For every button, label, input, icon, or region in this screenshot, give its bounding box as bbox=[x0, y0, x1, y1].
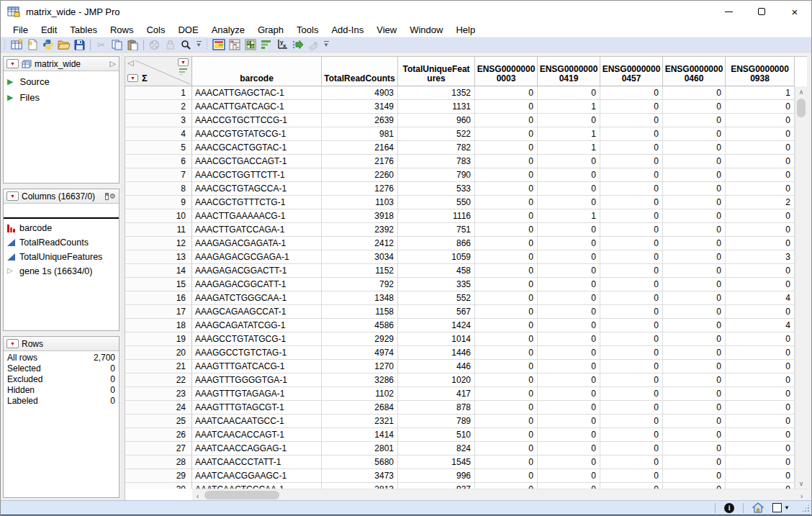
cell-total-unique-features[interactable]: 866 bbox=[398, 237, 475, 250]
cell-gene-value[interactable]: 0 bbox=[726, 168, 795, 182]
cell-gene-value[interactable]: 0 bbox=[538, 305, 600, 319]
cell-gene-value[interactable]: 0 bbox=[600, 278, 663, 291]
cell-total-unique-features[interactable]: 1352 bbox=[398, 86, 475, 100]
row-number-cell[interactable]: 16 bbox=[125, 291, 192, 305]
cell-total-read-counts[interactable]: 3149 bbox=[322, 100, 398, 114]
cell-gene-value[interactable]: 0 bbox=[726, 182, 795, 196]
cell-total-read-counts[interactable]: 4903 bbox=[322, 86, 398, 100]
cell-total-unique-features[interactable]: 552 bbox=[398, 291, 475, 305]
cell-barcode[interactable]: AAAGTTTGTAGAGA-1 bbox=[192, 387, 322, 401]
cell-gene-value[interactable]: 0 bbox=[600, 428, 663, 442]
menu-item[interactable]: View bbox=[370, 24, 403, 36]
cell-gene-value[interactable]: 0 bbox=[538, 456, 600, 469]
column-header[interactable]: ENSG0000000 0419 bbox=[538, 57, 600, 86]
cell-barcode[interactable]: AAAGTTTGTAGCGT-1 bbox=[192, 401, 322, 415]
cell-gene-value[interactable]: 0 bbox=[475, 483, 538, 489]
cell-total-read-counts[interactable]: 4974 bbox=[322, 346, 398, 360]
cell-gene-value[interactable]: 0 bbox=[726, 127, 795, 141]
cell-barcode[interactable]: AAACGCTGGTTCTT-1 bbox=[192, 168, 322, 182]
cell-gene-value[interactable]: 0 bbox=[600, 209, 663, 223]
cell-gene-value[interactable]: 0 bbox=[475, 223, 538, 237]
cell-gene-value[interactable]: 0 bbox=[538, 223, 600, 237]
cell-gene-value[interactable]: 0 bbox=[663, 360, 726, 374]
panel-expand-icon[interactable]: ▷ bbox=[110, 59, 116, 68]
cell-gene-value[interactable]: 0 bbox=[663, 319, 726, 332]
cell-total-read-counts[interactable]: 1152 bbox=[322, 264, 398, 278]
cell-barcode[interactable]: AAATCAACTCCCAA-1 bbox=[192, 483, 322, 489]
run-script-icon[interactable]: ▶ bbox=[7, 94, 13, 101]
cell-gene-value[interactable]: 0 bbox=[538, 387, 600, 401]
cell-total-unique-features[interactable]: 1116 bbox=[398, 209, 475, 223]
cell-gene-value[interactable]: 0 bbox=[600, 469, 663, 483]
cell-total-read-counts[interactable]: 2321 bbox=[322, 415, 398, 428]
cell-gene-value[interactable]: 0 bbox=[663, 127, 726, 141]
cell-barcode[interactable]: AAAGAGACGAGATA-1 bbox=[192, 237, 322, 250]
python-script-button[interactable] bbox=[40, 38, 55, 52]
cell-gene-value[interactable]: 0 bbox=[663, 415, 726, 428]
menu-item[interactable]: Tables bbox=[63, 24, 104, 36]
cell-barcode[interactable]: AAACGCTGTTTCTG-1 bbox=[192, 196, 322, 209]
cell-gene-value[interactable]: 0 bbox=[475, 415, 538, 428]
cell-barcode[interactable]: AAACCGTGTATGCG-1 bbox=[192, 127, 322, 141]
toolbar-overflow-button[interactable]: ▼ bbox=[322, 41, 330, 48]
cell-total-unique-features[interactable]: 458 bbox=[398, 264, 475, 278]
tile-windows-button[interactable] bbox=[243, 38, 258, 52]
cell-gene-value[interactable]: 0 bbox=[663, 278, 726, 291]
cell-gene-value[interactable]: 0 bbox=[475, 100, 538, 114]
row-number-cell[interactable]: 14 bbox=[125, 264, 192, 278]
cell-gene-value[interactable]: 0 bbox=[600, 155, 663, 168]
cell-gene-value[interactable]: 0 bbox=[663, 196, 726, 209]
cell-gene-value[interactable]: 0 bbox=[600, 305, 663, 319]
cell-gene-value[interactable]: 0 bbox=[538, 291, 600, 305]
open-file-button[interactable] bbox=[56, 38, 71, 52]
cell-total-read-counts[interactable]: 2813 bbox=[322, 483, 398, 489]
cell-gene-value[interactable]: 0 bbox=[663, 305, 726, 319]
menu-item[interactable]: Tools bbox=[290, 24, 325, 36]
cell-gene-value[interactable]: 0 bbox=[726, 374, 795, 387]
row-number-cell[interactable]: 30 bbox=[125, 483, 192, 489]
cell-gene-value[interactable]: 0 bbox=[663, 374, 726, 387]
cell-gene-value[interactable]: 0 bbox=[475, 196, 538, 209]
cell-gene-value[interactable]: 0 bbox=[726, 346, 795, 360]
cell-gene-value[interactable]: 0 bbox=[475, 250, 538, 264]
cell-gene-value[interactable]: 0 bbox=[663, 469, 726, 483]
table-script-item[interactable]: ▶ Source bbox=[7, 73, 119, 89]
row-number-cell[interactable]: 25 bbox=[125, 415, 192, 428]
cell-gene-value[interactable]: 0 bbox=[475, 168, 538, 182]
cell-total-unique-features[interactable]: 960 bbox=[398, 114, 475, 127]
cell-gene-value[interactable]: 0 bbox=[663, 100, 726, 114]
cell-gene-value[interactable]: 0 bbox=[538, 114, 600, 127]
cell-gene-value[interactable]: 0 bbox=[726, 278, 795, 291]
menu-item[interactable]: File bbox=[6, 24, 35, 36]
row-number-cell[interactable]: 3 bbox=[125, 114, 192, 127]
cell-gene-value[interactable]: 0 bbox=[663, 483, 726, 489]
cell-gene-value[interactable]: 0 bbox=[538, 278, 600, 291]
rows-red-triangle-menu[interactable]: ▼ bbox=[6, 339, 19, 348]
cell-gene-value[interactable]: 0 bbox=[663, 428, 726, 442]
lock-button[interactable] bbox=[163, 38, 178, 52]
cell-gene-value[interactable]: 0 bbox=[663, 141, 726, 155]
cell-gene-value[interactable]: 0 bbox=[538, 196, 600, 209]
cell-gene-value[interactable]: 0 bbox=[538, 401, 600, 415]
menu-item[interactable]: DOE bbox=[171, 24, 204, 36]
cell-gene-value[interactable]: 0 bbox=[600, 360, 663, 374]
cell-total-unique-features[interactable]: 1446 bbox=[398, 346, 475, 360]
cell-total-read-counts[interactable]: 3918 bbox=[322, 209, 398, 223]
cell-gene-value[interactable]: 1 bbox=[538, 141, 600, 155]
resize-grip[interactable] bbox=[801, 504, 810, 512]
cell-total-read-counts[interactable]: 2392 bbox=[322, 223, 398, 237]
column-header[interactable]: ENSG0000000 0457 bbox=[600, 57, 663, 86]
cell-gene-value[interactable]: 0 bbox=[600, 264, 663, 278]
row-number-cell[interactable]: 20 bbox=[125, 346, 192, 360]
menu-item[interactable]: Analyze bbox=[205, 24, 251, 36]
cell-gene-value[interactable]: 0 bbox=[600, 100, 663, 114]
cell-gene-value[interactable]: 0 bbox=[726, 415, 795, 428]
table-script-item[interactable]: ▶ Files bbox=[7, 89, 119, 105]
cell-total-read-counts[interactable]: 2684 bbox=[322, 401, 398, 415]
cell-total-unique-features[interactable]: 1059 bbox=[398, 250, 475, 264]
paste-button[interactable] bbox=[125, 38, 140, 52]
cell-gene-value[interactable]: 0 bbox=[726, 305, 795, 319]
row-number-cell[interactable]: 15 bbox=[125, 278, 192, 291]
cell-total-read-counts[interactable]: 2176 bbox=[322, 155, 398, 168]
cell-gene-value[interactable]: 0 bbox=[663, 114, 726, 127]
